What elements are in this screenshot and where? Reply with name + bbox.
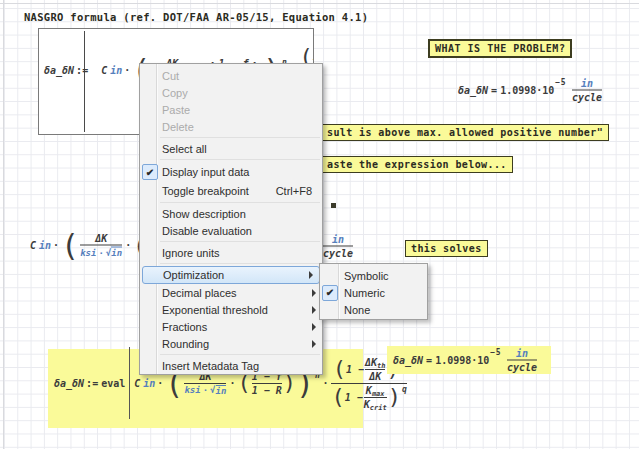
menu-item-label: Insert Metadata Tag [162, 360, 259, 372]
menu-separator [160, 354, 320, 355]
fraction-bar [252, 383, 282, 384]
menu-item-rounding[interactable]: Rounding [140, 335, 322, 352]
submenu-item-symbolic[interactable]: Symbolic [320, 267, 427, 284]
smath-worksheet: NASGRO formula (ref. DOT/FAA AR-05/15, E… [0, 0, 639, 449]
coef-C: C [30, 240, 36, 251]
menu-item-label: Numeric [344, 287, 385, 299]
unit-cycle: cycle [507, 362, 537, 373]
submenu-arrow-icon [312, 340, 316, 348]
coef-C: C [101, 65, 107, 76]
result-exponent: −5 [490, 348, 501, 357]
unit-cycle: cycle [323, 248, 353, 259]
checkmark-icon: ✔ [142, 164, 158, 180]
page-left-line [3, 0, 4, 449]
note-what-is-the-problem[interactable]: WHAT IS THE PROBLEM? [428, 39, 572, 58]
multiply-dot: · [322, 378, 328, 389]
menu-item-label: Paste [162, 104, 190, 116]
lhs-symbol: δa_δN [393, 355, 423, 366]
equals-sign: = [426, 355, 432, 366]
menu-item-paste[interactable]: Paste [140, 101, 322, 118]
open-paren: ( [61, 235, 79, 256]
menu-item-show-description[interactable]: Show description [140, 205, 322, 222]
result-mantissa: 1.0998·10 [500, 85, 554, 96]
menu-item-cut[interactable]: Cut [140, 67, 322, 84]
menu-item-label: Cut [162, 70, 179, 82]
menu-separator [160, 159, 320, 160]
multiply-dot: · [229, 378, 235, 389]
close-paren: ) [388, 389, 401, 404]
worksheet-title[interactable]: NASGRO formula (ref. DOT/FAA AR-05/15, E… [24, 11, 368, 23]
submenu-arrow-icon [312, 306, 316, 314]
note-overflow-message[interactable]: sult is above max. allowed positive numb… [321, 124, 609, 141]
menu-separator [160, 137, 320, 138]
multiply-dot: · [157, 378, 163, 389]
submenu-item-none[interactable]: None [320, 301, 427, 318]
dkth-over-dk: ΔKth ΔK [365, 357, 385, 382]
menu-item-ignore-units[interactable]: Ignore units [140, 244, 322, 261]
multiply-dot: · [53, 240, 59, 251]
menu-item-exponential-threshold[interactable]: Exponential threshold [140, 301, 322, 318]
menu-item-label: Copy [162, 87, 188, 99]
assign-operator: := [86, 378, 98, 389]
menu-item-label: Delete [162, 121, 194, 133]
result-bottom-region[interactable]: δa_δN = 1.0998·10 −5 in cycle [387, 346, 551, 374]
menu-item-display-input-data[interactable]: ✔ Display input data [140, 162, 322, 182]
eval-bracket-line [129, 347, 130, 419]
formula-fragment-mid-left[interactable]: C in · ( ΔK ksi · √ in · ( [30, 233, 146, 258]
open-paren: ( [331, 389, 344, 404]
menu-item-disable-evaluation[interactable]: Disable evaluation [140, 222, 322, 239]
dk-over-ksi-sqrt-in: ΔK ksi · √ in [80, 233, 122, 258]
unit-in: in [39, 240, 51, 251]
exponent-q: q [402, 385, 407, 394]
submenu-arrow-icon [312, 289, 316, 297]
one-minus: 1 − [313, 51, 314, 62]
menu-item-label: Show description [162, 208, 246, 220]
menu-item-label: Select all [162, 143, 207, 155]
fraction-bar [323, 246, 353, 247]
unit-cycle: cycle [572, 92, 602, 103]
unit-in-per-cycle: in cycle [507, 348, 537, 373]
formula-fragment-mid-right[interactable]: in cycle [322, 234, 354, 259]
menu-separator [160, 241, 320, 242]
fraction-bar [184, 383, 226, 384]
one-minus: 1 − [345, 392, 363, 403]
menu-item-label: Toggle breakpoint [162, 185, 249, 197]
result-top[interactable]: δa_δN = 1.0998·10 −5 in cycle [458, 78, 603, 103]
menu-separator [160, 263, 320, 264]
context-menu: Cut Copy Paste Delete Select all ✔ Displ… [139, 63, 323, 375]
menu-item-label: Rounding [162, 338, 209, 350]
region-drag-handle[interactable] [331, 203, 336, 208]
result-exponent: −5 [555, 78, 566, 87]
menu-item-toggle-breakpoint[interactable]: Toggle breakpoint Ctrl+F8 [140, 182, 322, 200]
submenu-arrow-icon [309, 271, 313, 279]
menu-item-delete[interactable]: Delete [140, 118, 322, 135]
menu-item-label: Decimal places [162, 287, 237, 299]
unit-in: in [332, 234, 344, 245]
unit-in: in [216, 385, 227, 396]
menu-item-decimal-places[interactable]: Decimal places [140, 284, 322, 301]
submenu-item-numeric[interactable]: ✔ Numeric [320, 284, 427, 301]
unit-in: in [110, 65, 122, 76]
note-paste-message[interactable]: aste the expression below... [321, 156, 513, 173]
menu-separator [160, 202, 320, 203]
fraction-bar [80, 245, 122, 246]
optimization-submenu: Symbolic ✔ Numeric None [319, 263, 428, 320]
menu-item-fractions[interactable]: Fractions [140, 318, 322, 335]
menu-item-label: Display input data [162, 166, 249, 178]
page-top-line [0, 3, 639, 4]
unit-in-per-cycle: in cycle [323, 234, 353, 259]
menu-item-copy[interactable]: Copy [140, 84, 322, 101]
menu-item-select-all[interactable]: Select all [140, 140, 322, 157]
menu-item-label: Disable evaluation [162, 225, 252, 237]
menu-item-optimization[interactable]: Optimization [142, 266, 320, 284]
unit-ksi: ksi [184, 385, 200, 395]
open-paren: ( [300, 48, 313, 63]
note-this-solves[interactable]: this solves [405, 240, 488, 257]
menu-item-insert-metadata-tag[interactable]: Insert Metadata Tag [140, 357, 322, 375]
subscript-max: max [372, 390, 385, 398]
kmax-over-kcrit: Kmax Kcrit [364, 385, 387, 410]
coef-C: C [134, 378, 140, 389]
menu-item-label: Exponential threshold [162, 304, 268, 316]
open-paren: ( [237, 375, 250, 390]
menu-item-label: Ignore units [162, 247, 219, 259]
